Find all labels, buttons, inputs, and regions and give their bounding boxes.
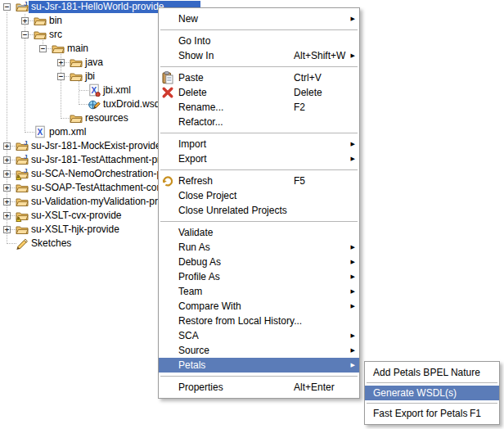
tree-item-label[interactable]: su-Jsr-181-TestAttachment-pro [29, 154, 169, 166]
tree-item-label[interactable]: pom.xml [47, 126, 88, 138]
menu-item-run-as[interactable]: Run As▶ [159, 240, 359, 255]
menu-item-sca[interactable]: SCA▶ [159, 328, 359, 343]
submenu-arrow-icon: ▶ [351, 343, 355, 358]
menu-item-refresh[interactable]: RefreshF5 [159, 174, 359, 188]
tree-item-label[interactable]: su-XSLT-cvx-provide [29, 210, 124, 222]
submenu-arrow-icon: ▶ [351, 240, 355, 255]
menu-item-label: Import [178, 138, 206, 150]
tree-item-label[interactable]: tuxDroid.wsdl [101, 98, 164, 111]
menu-item-label: Delete [178, 87, 207, 98]
paste-icon [161, 71, 174, 84]
expander-plus-icon[interactable]: + [3, 156, 11, 164]
tree-item-label[interactable]: java [83, 56, 106, 69]
menu-item-restore-from-local-history[interactable]: Restore from Local History... [159, 314, 359, 328]
tree-item-label[interactable]: su-Jsr-181-MockExist-provide [29, 140, 164, 152]
menu-item-label: Add Petals BPEL Nature [373, 367, 480, 378]
submenu-arrow-icon: ▶ [351, 255, 355, 269]
menu-item-label: Profile As [178, 271, 220, 282]
menu-item-label: Run As [178, 242, 210, 253]
svg-text:J: J [24, 167, 27, 174]
menu-item-close-unrelated-projects[interactable]: Close Unrelated Projects [159, 203, 359, 218]
expander-plus-icon[interactable]: + [3, 226, 11, 233]
submenu-arrow-icon: ▶ [351, 137, 355, 151]
menu-item-generate-wsdl-s[interactable]: Generate WSDL(s) [365, 386, 499, 400]
expander-minus-icon[interactable]: − [39, 45, 47, 52]
menu-item-profile-as[interactable]: Profile As▶ [159, 269, 359, 284]
expander-minus-icon[interactable]: − [3, 3, 11, 11]
menu-item-delete[interactable]: DeleteDelete [159, 85, 359, 100]
tree-item-label[interactable]: src [47, 29, 65, 41]
menu-item-new[interactable]: New▶ [159, 11, 359, 26]
java-project-open-folder-icon: J [16, 0, 29, 13]
menu-item-add-petals-bpel-nature[interactable]: Add Petals BPEL Nature [365, 365, 499, 380]
menu-accelerator: Alt+Enter [294, 380, 335, 395]
menu-item-properties[interactable]: PropertiesAlt+Enter [159, 380, 359, 395]
folder-icon [70, 70, 83, 83]
menu-separator [160, 66, 358, 67]
expander-plus-icon[interactable]: + [57, 59, 65, 66]
tree-item-label[interactable]: jbi.xml [101, 84, 133, 97]
expander-plus-icon[interactable]: + [21, 17, 29, 25]
java-project-warning-folder-icon: J [16, 167, 29, 180]
expander-plus-icon[interactable]: + [3, 212, 11, 219]
menu-item-source[interactable]: Source▶ [159, 343, 359, 358]
tree-item-label[interactable]: bin [47, 15, 65, 27]
tree-item-label[interactable]: su-SCA-NemoOrchestration-pro [29, 168, 173, 180]
menu-item-export[interactable]: Export▶ [159, 151, 359, 166]
menu-item-close-project[interactable]: Close Project [159, 188, 359, 203]
menu-item-paste[interactable]: PasteCtrl+V [159, 70, 359, 85]
menu-item-label: Fast Export for Petals [373, 408, 467, 419]
menu-item-label: Generate WSDL(s) [373, 387, 457, 399]
submenu-arrow-icon: ▶ [351, 151, 355, 166]
menu-item-show-in[interactable]: Show InAlt+Shift+W▶ [159, 48, 359, 63]
project-folder-icon [16, 223, 29, 236]
submenu-arrow-icon: ▶ [351, 328, 355, 343]
menu-item-label: Properties [178, 382, 223, 393]
menu-accelerator: F1 [470, 406, 481, 421]
menu-item-label: Restore from Local History... [178, 315, 302, 327]
tree-item-label[interactable]: su-SOAP-TestAttachment-cons [29, 182, 169, 194]
tree-item-label[interactable]: su-Validation-myValidation-prov [29, 196, 171, 208]
expander-plus-icon[interactable]: + [3, 170, 11, 178]
java-project-folder-icon: J [16, 139, 29, 152]
expander-plus-icon[interactable]: + [3, 198, 11, 205]
menu-separator [367, 382, 497, 383]
folder-icon [70, 56, 83, 69]
menu-item-fast-export-for-petals[interactable]: Fast Export for PetalsF1 [365, 406, 499, 421]
menu-separator [160, 133, 358, 133]
menu-item-team[interactable]: Team▶ [159, 284, 359, 299]
menu-item-debug-as[interactable]: Debug As▶ [159, 255, 359, 269]
menu-item-go-into[interactable]: Go Into [159, 34, 359, 48]
menu-item-label: Compare With [178, 300, 241, 312]
menu-item-label: Export [178, 153, 207, 165]
menu-item-refactor[interactable]: Refactor... [159, 115, 359, 129]
delete-icon [161, 86, 174, 99]
pencil-icon [16, 237, 29, 250]
folder-icon [70, 111, 83, 124]
menu-item-compare-with[interactable]: Compare With▶ [159, 299, 359, 314]
menu-item-label: Refactor... [178, 116, 223, 128]
menu-accelerator: Ctrl+V [294, 70, 322, 85]
menu-item-label: New [178, 13, 198, 25]
tree-item-label[interactable]: jbi [83, 70, 97, 83]
menu-accelerator: Alt+Shift+W [294, 48, 345, 63]
menu-item-rename[interactable]: Rename...F2 [159, 100, 359, 115]
expander-plus-icon[interactable]: + [3, 184, 11, 192]
expander-minus-icon[interactable]: − [21, 31, 29, 38]
menu-item-label: Paste [178, 72, 204, 84]
expander-plus-icon[interactable]: + [3, 142, 11, 150]
submenu-arrow-icon: ▶ [351, 299, 355, 314]
menu-separator [367, 403, 497, 404]
menu-item-import[interactable]: Import▶ [159, 137, 359, 151]
tree-item-label[interactable]: Sketches [29, 237, 74, 250]
expander-minus-icon[interactable]: − [57, 73, 65, 80]
tree-item-label[interactable]: su-XSLT-hjk-provide [29, 224, 122, 236]
submenu-arrow-icon: ▶ [351, 269, 355, 284]
tree-item-label[interactable]: resources [83, 112, 131, 124]
menu-item-label: Show In [178, 50, 214, 61]
menu-accelerator: Delete [294, 85, 322, 100]
tree-item-label[interactable]: main [65, 43, 91, 55]
menu-separator [160, 376, 358, 377]
menu-item-petals[interactable]: Petals▶ [159, 358, 359, 373]
menu-item-validate[interactable]: Validate [159, 225, 359, 240]
